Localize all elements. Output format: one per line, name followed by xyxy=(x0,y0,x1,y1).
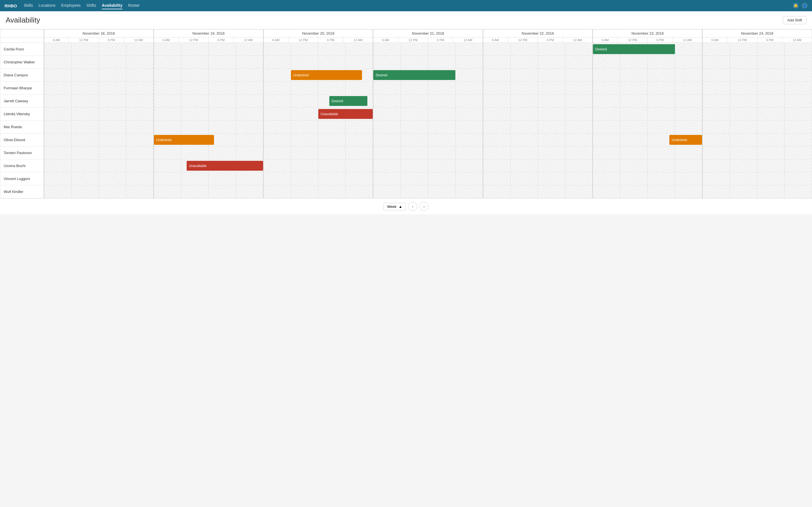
cell-8-day4 xyxy=(483,147,593,159)
date-header-6: November 24, 2018 xyxy=(702,30,812,38)
avail-block-Olivia-Eklund-day1[interactable]: Undesired xyxy=(154,135,214,145)
table-row: Olivia EklundUndesiredUndesired xyxy=(0,133,812,147)
cell-1-day4 xyxy=(483,56,593,69)
cell-7-day5: Undesired xyxy=(593,133,702,147)
prev-week-button[interactable]: ‹ xyxy=(408,202,417,211)
cell-10-day0 xyxy=(44,172,154,185)
time-label-day4-col1: 12 PM xyxy=(508,38,538,43)
cell-3-day6 xyxy=(702,82,812,95)
cell-3-day4 xyxy=(483,82,593,95)
cell-8-day1 xyxy=(154,147,263,159)
cell-10-day1 xyxy=(154,172,263,185)
cell-9-day6 xyxy=(702,159,812,172)
cell-10-day5 xyxy=(593,172,702,185)
cell-8-day3 xyxy=(373,147,483,159)
cell-9-day3 xyxy=(373,159,483,172)
cell-6-day3 xyxy=(373,121,483,133)
employee-name-9: Uzoma Buchi xyxy=(0,159,44,172)
add-shift-button[interactable]: Add Shift xyxy=(783,16,806,24)
cell-6-day5 xyxy=(593,121,702,133)
time-label-day4-col0: 6 AM xyxy=(483,38,508,43)
brand-logo[interactable]: RHBO xyxy=(4,3,17,8)
cell-4-day2: Desired xyxy=(263,95,373,108)
date-header-1: November 19, 2018 xyxy=(154,30,263,38)
week-selector[interactable]: Week ▲ xyxy=(384,203,406,210)
user-avatar[interactable]: 👤 xyxy=(802,3,808,8)
time-label-day0-col0: 6 AM xyxy=(44,38,69,43)
avail-block-Diana-Campos-day3[interactable]: Desired xyxy=(373,70,455,80)
cell-8-day5 xyxy=(593,147,702,159)
avail-block-Cecilia-Pozo-day5[interactable]: Desired xyxy=(593,44,675,54)
cell-3-day0 xyxy=(44,82,154,95)
cell-10-day3 xyxy=(373,172,483,185)
week-chevron-icon: ▲ xyxy=(399,205,402,209)
time-label-day3-col0: 6 AM xyxy=(373,38,398,43)
avail-block-Uzoma-Buchi-day1[interactable]: Unavailable xyxy=(187,161,263,171)
cell-2-day6 xyxy=(702,69,812,82)
time-label-day0-col3: 12 AM xyxy=(124,38,154,43)
cell-11-day3 xyxy=(373,185,483,198)
avail-block-Lidmila-Vilensky-day2[interactable]: Unavailable xyxy=(318,109,373,119)
navbar: RHBO Skills Locations Employees Shifts A… xyxy=(0,0,812,11)
cell-0-day3 xyxy=(373,43,483,56)
cell-11-day6 xyxy=(702,185,812,198)
cell-7-day1: Undesired xyxy=(154,133,263,147)
date-header-row: November 18, 2018November 19, 2018Novemb… xyxy=(0,30,812,38)
cell-9-day0 xyxy=(44,159,154,172)
time-label-day2-col2: 6 PM xyxy=(318,38,343,43)
time-label-day4-col3: 12 AM xyxy=(563,38,593,43)
nav-roster[interactable]: Roster xyxy=(128,2,140,9)
bottom-controls: Week ▲ ‹ › xyxy=(0,198,812,214)
nav-skills[interactable]: Skills xyxy=(24,2,33,9)
cell-6-day0 xyxy=(44,121,154,133)
next-week-button[interactable]: › xyxy=(419,202,428,211)
availability-calendar: November 18, 2018November 19, 2018Novemb… xyxy=(0,29,812,198)
cell-4-day3 xyxy=(373,95,483,108)
nav-employees[interactable]: Employees xyxy=(61,2,81,9)
time-label-day6-col0: 6 AM xyxy=(702,38,727,43)
cell-10-day4 xyxy=(483,172,593,185)
avail-block-Diana-Campos-day2[interactable]: Undesired xyxy=(291,70,362,80)
cell-2-day4 xyxy=(483,69,593,82)
time-label-day0-col2: 6 PM xyxy=(99,38,124,43)
table-row: Wulf Kindler xyxy=(0,185,812,198)
cell-5-day0 xyxy=(44,108,154,121)
cell-2-day3: Desired xyxy=(373,69,483,82)
cell-5-day5 xyxy=(593,108,702,121)
cell-5-day2: Unavailable xyxy=(263,108,373,121)
cell-7-day4 xyxy=(483,133,593,147)
cell-9-day2 xyxy=(263,159,373,172)
nav-locations[interactable]: Locations xyxy=(39,2,56,9)
table-row: Cecilia PozoDesired xyxy=(0,43,812,56)
cell-0-day0 xyxy=(44,43,154,56)
employee-name-4: Jarrett Cawsey xyxy=(0,95,44,108)
avail-block-Jarrett-Cawsey-day2[interactable]: Desired xyxy=(329,96,368,106)
time-label-day0-col1: 12 PM xyxy=(69,38,99,43)
time-label-day2-col0: 6 AM xyxy=(263,38,288,43)
cell-9-day5 xyxy=(593,159,702,172)
time-label-day6-col2: 6 PM xyxy=(757,38,782,43)
cell-4-day6 xyxy=(702,95,812,108)
employee-name-10: Vincent Luggers xyxy=(0,172,44,185)
cell-11-day0 xyxy=(44,185,154,198)
employee-name-3: Furmaan Bharyar xyxy=(0,82,44,95)
cell-5-day4 xyxy=(483,108,593,121)
table-row: Torsten Paulsson xyxy=(0,147,812,159)
cell-1-day6 xyxy=(702,56,812,69)
calendar-body: Cecilia PozoDesiredChristopher WalkerDia… xyxy=(0,43,812,198)
notifications-icon[interactable]: 🔔 xyxy=(793,3,799,8)
cell-8-day2 xyxy=(263,147,373,159)
cell-2-day2: Undesired xyxy=(263,69,373,82)
date-header-3: November 21, 2018 xyxy=(373,30,483,38)
time-label-day4-col2: 6 PM xyxy=(538,38,563,43)
cell-1-day0 xyxy=(44,56,154,69)
cell-11-day5 xyxy=(593,185,702,198)
cell-4-day1 xyxy=(154,95,263,108)
cell-0-day1 xyxy=(154,43,263,56)
nav-availability[interactable]: Availability xyxy=(102,2,122,9)
cell-3-day1 xyxy=(154,82,263,95)
page-title: Availability xyxy=(6,16,40,24)
avail-block-Olivia-Eklund-day5[interactable]: Undesired xyxy=(669,135,702,145)
table-row: Furmaan Bharyar xyxy=(0,82,812,95)
nav-shifts[interactable]: Shifts xyxy=(86,2,96,9)
